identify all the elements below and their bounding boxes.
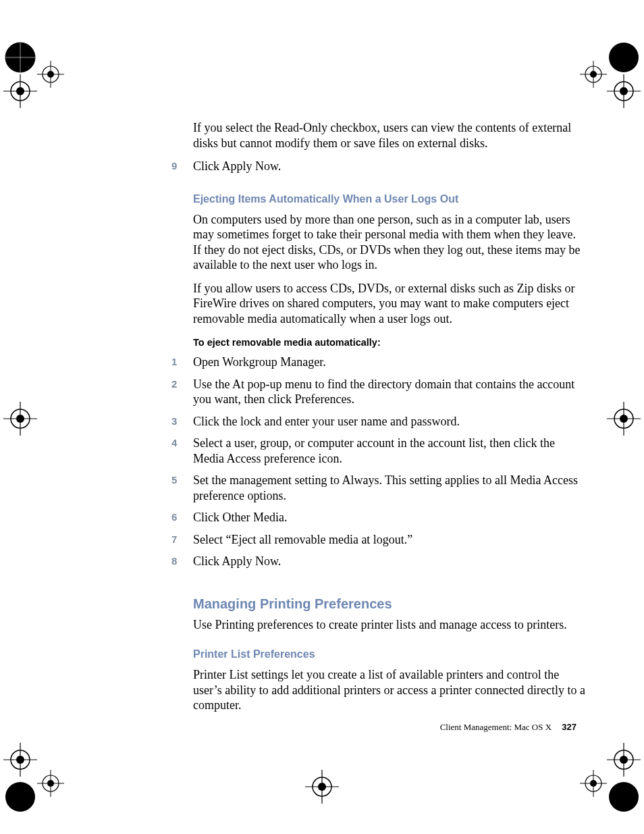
- svg-point-26: [620, 415, 628, 423]
- step-item: 5Set the management setting to Always. T…: [193, 473, 586, 503]
- eject-paragraph-2: If you allow users to access CDs, DVDs, …: [193, 281, 586, 327]
- svg-point-1: [5, 43, 35, 72]
- svg-point-34: [43, 775, 59, 791]
- intro-paragraph: If you select the Read-Only checkbox, us…: [193, 120, 586, 151]
- step-text: Select a user, group, or computer accoun…: [193, 436, 586, 466]
- svg-point-30: [16, 756, 24, 764]
- step-number: 3: [171, 414, 193, 429]
- step-text: Click Apply Now.: [193, 554, 281, 569]
- step-number: 6: [171, 510, 193, 525]
- page: If you select the Read-Only checkbox, us…: [0, 0, 644, 834]
- step-text: Use the At pop-up menu to find the direc…: [193, 377, 586, 407]
- step-item: 4Select a user, group, or computer accou…: [193, 436, 586, 466]
- eject-paragraph-1: On computers used by more than one perso…: [193, 212, 586, 273]
- step-text: Click Apply Now.: [193, 159, 281, 174]
- crop-mark-top-left: [0, 34, 68, 115]
- svg-point-43: [585, 775, 601, 791]
- step-number: 2: [171, 377, 193, 407]
- svg-point-9: [47, 71, 54, 78]
- svg-point-22: [16, 415, 24, 423]
- heading-printing: Managing Printing Preferences: [193, 596, 586, 612]
- svg-point-18: [590, 71, 597, 78]
- step-text: Click Other Media.: [193, 510, 287, 525]
- svg-point-35: [47, 780, 54, 787]
- step-9: 9 Click Apply Now.: [193, 159, 586, 174]
- svg-point-48: [318, 783, 326, 791]
- svg-point-33: [5, 782, 35, 812]
- printing-paragraph: Use Printing preferences to create print…: [193, 617, 586, 633]
- svg-point-25: [614, 409, 633, 428]
- heading-printer-list: Printer List Preferences: [193, 648, 586, 660]
- svg-point-4: [11, 82, 30, 101]
- steps-list: 1Open Workgroup Manager.2Use the At pop-…: [193, 355, 586, 569]
- heading-procedure: To eject removable media automatically:: [193, 337, 586, 348]
- crop-mark-top-right: [576, 34, 644, 115]
- crop-mark-bottom-right: [576, 739, 644, 820]
- step-item: 7Select “Eject all removable media at lo…: [193, 532, 586, 548]
- svg-point-13: [614, 82, 633, 101]
- svg-point-29: [11, 750, 30, 769]
- heading-ejecting: Ejecting Items Automatically When a User…: [193, 193, 586, 205]
- step-number: 7: [171, 532, 193, 548]
- step-item: 8Click Apply Now.: [193, 554, 586, 569]
- step-item: 6Click Other Media.: [193, 510, 586, 525]
- step-item: 1Open Workgroup Manager.: [193, 355, 586, 370]
- svg-point-39: [620, 756, 628, 764]
- svg-point-47: [313, 777, 331, 796]
- step-number: 4: [171, 436, 193, 466]
- step-text: Select “Eject all removable media at log…: [193, 532, 412, 548]
- step-item: 2Use the At pop-up menu to find the dire…: [193, 377, 586, 407]
- page-footer: Client Management: Mac OS X 327: [440, 722, 576, 733]
- svg-point-14: [620, 87, 628, 95]
- crop-mark-mid-left: [0, 398, 41, 439]
- content-column: If you select the Read-Only checkbox, us…: [193, 120, 586, 721]
- svg-point-17: [585, 66, 601, 82]
- step-text: Click the lock and enter your user name …: [193, 414, 460, 429]
- svg-point-0: [5, 43, 35, 72]
- step-number: 9: [171, 159, 193, 174]
- svg-point-44: [590, 780, 597, 787]
- step-text: Open Workgroup Manager.: [193, 355, 326, 370]
- step-number: 5: [171, 473, 193, 503]
- svg-point-21: [11, 409, 30, 428]
- step-number: 8: [171, 554, 193, 569]
- crop-mark-bottom-left: [0, 739, 68, 820]
- step-number: 1: [171, 355, 193, 370]
- printer-list-paragraph: Printer List settings let you create a l…: [193, 667, 586, 713]
- svg-point-38: [614, 750, 633, 769]
- svg-point-12: [609, 43, 639, 72]
- footer-chapter: Client Management: Mac OS X: [440, 722, 552, 732]
- crop-mark-bottom-center: [302, 766, 342, 807]
- crop-mark-mid-right: [603, 398, 644, 439]
- svg-point-42: [609, 782, 639, 812]
- step-item: 3Click the lock and enter your user name…: [193, 414, 586, 429]
- svg-point-5: [16, 87, 24, 95]
- svg-point-8: [43, 66, 59, 82]
- page-number: 327: [562, 722, 576, 732]
- step-text: Set the management setting to Always. Th…: [193, 473, 586, 503]
